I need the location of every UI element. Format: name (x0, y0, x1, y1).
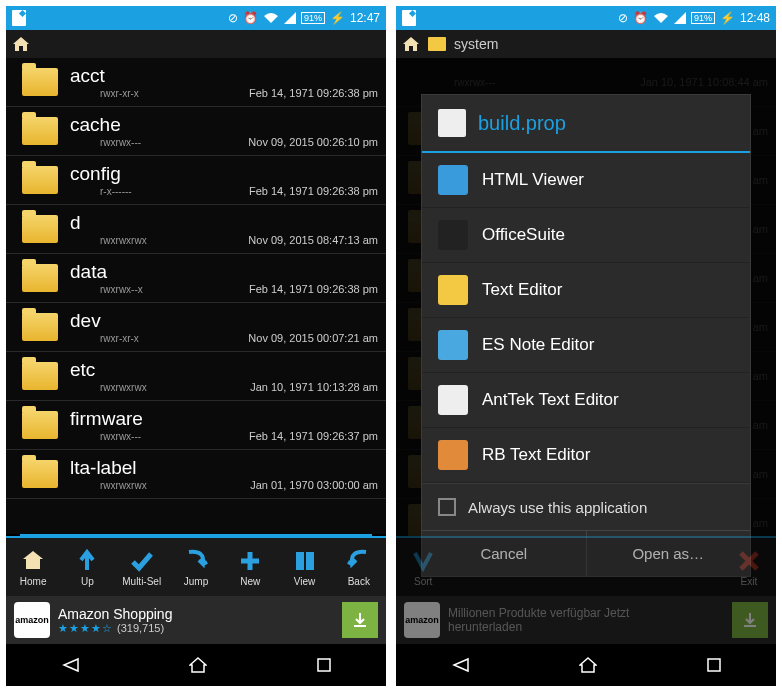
folder-icon (22, 117, 58, 145)
clock: 12:47 (350, 11, 380, 25)
list-item[interactable]: d rwxrwxrwx Nov 09, 2015 08:47:13 am (6, 205, 386, 254)
note-icon (12, 10, 26, 26)
home-icon[interactable] (402, 36, 420, 52)
charge-icon: ⚡ (330, 11, 345, 25)
file-permissions: rwxr-xr-x (100, 333, 139, 344)
svg-rect-2 (318, 659, 330, 671)
dialog-title: build.prop (478, 112, 566, 135)
file-name: config (70, 163, 378, 185)
back-button[interactable] (60, 657, 80, 673)
app-icon (438, 440, 468, 470)
back-button[interactable] (450, 657, 470, 673)
file-icon (438, 109, 466, 137)
nav-bar (396, 644, 776, 686)
recent-button[interactable] (706, 657, 722, 673)
home-icon[interactable] (12, 36, 30, 52)
toolbar-back[interactable]: Back (332, 538, 386, 596)
file-permissions: rwxrwxrwx (100, 480, 147, 491)
file-permissions: rwxrwxrwx (100, 382, 147, 393)
app-option[interactable]: HTML Viewer (422, 153, 750, 208)
toolbar-dimmed (450, 538, 504, 596)
ad-banner[interactable]: amazon Millionen Produkte verfügbar Jetz… (396, 596, 776, 644)
app-option[interactable]: AntTek Text Editor (422, 373, 750, 428)
app-option[interactable]: OfficeSuite (422, 208, 750, 263)
home-button[interactable] (579, 657, 597, 673)
app-list: HTML ViewerOfficeSuiteText EditorES Note… (422, 153, 750, 483)
app-name: Text Editor (482, 280, 562, 300)
open-with-dialog: build.prop HTML ViewerOfficeSuiteText Ed… (421, 94, 751, 577)
list-item[interactable]: data rwxrwx--x Feb 14, 1971 09:26:38 pm (6, 254, 386, 303)
home-icon (20, 548, 46, 574)
file-name: etc (70, 359, 378, 381)
toolbar-dimmed: Exit (722, 538, 776, 596)
dialog-header: build.prop (422, 95, 750, 153)
wifi-icon (263, 12, 279, 24)
do-not-disturb-icon: ⊘ (228, 11, 238, 25)
folder-icon (428, 37, 446, 51)
toolbar-multi-sel[interactable]: Multi-Sel (115, 538, 169, 596)
toolbar-view[interactable]: View (277, 538, 331, 596)
toolbar-new[interactable]: New (223, 538, 277, 596)
list-item[interactable]: lta-label rwxrwxrwx Jan 01, 1970 03:00:0… (6, 450, 386, 499)
file-permissions: rwxrwx--- (100, 431, 141, 442)
app-icon (438, 385, 468, 415)
breadcrumb[interactable]: system (454, 36, 498, 52)
status-bar: ⊘ ⏰ 91% ⚡ 12:48 (396, 6, 776, 30)
app-icon (438, 330, 468, 360)
file-permissions: rwxrwx--x (100, 284, 143, 295)
ad-brand-icon: amazon (14, 602, 50, 638)
do-not-disturb-icon: ⊘ (618, 11, 628, 25)
checkbox[interactable] (438, 498, 456, 516)
battery-icon: 91% (691, 12, 715, 24)
up-icon (74, 548, 100, 574)
toolbar-home[interactable]: Home (6, 538, 60, 596)
file-date: Feb 14, 1971 09:26:37 pm (249, 430, 378, 442)
app-icon (438, 275, 468, 305)
app-option[interactable]: ES Note Editor (422, 318, 750, 373)
svg-rect-0 (296, 552, 304, 570)
alarm-icon: ⏰ (633, 11, 648, 25)
app-name: OfficeSuite (482, 225, 565, 245)
list-item[interactable]: acct rwxr-xr-x Feb 14, 1971 09:26:38 pm (6, 58, 386, 107)
file-name: acct (70, 65, 378, 87)
toolbar-dimmed (505, 538, 559, 596)
file-name: firmware (70, 408, 378, 430)
jump-icon (183, 548, 209, 574)
list-item[interactable]: cache rwxrwx--- Nov 09, 2015 00:26:10 pm (6, 107, 386, 156)
file-name: data (70, 261, 378, 283)
home-button[interactable] (189, 657, 207, 673)
file-permissions: rwxrwxrwx (100, 235, 147, 246)
always-use-row[interactable]: Always use this application (422, 483, 750, 530)
file-date: Jan 01, 1970 03:00:00 am (250, 479, 378, 491)
toolbar-jump[interactable]: Jump (169, 538, 223, 596)
list-item[interactable]: etc rwxrwxrwx Jan 10, 1971 10:13:28 am (6, 352, 386, 401)
app-header (6, 30, 386, 58)
charge-icon: ⚡ (720, 11, 735, 25)
folder-icon (22, 215, 58, 243)
file-date: Jan 10, 1971 10:13:28 am (250, 381, 378, 393)
signal-icon (674, 12, 686, 24)
app-option[interactable]: RB Text Editor (422, 428, 750, 483)
new-icon (237, 548, 263, 574)
app-name: HTML Viewer (482, 170, 584, 190)
signal-icon (284, 12, 296, 24)
view-icon (292, 548, 318, 574)
app-header: system (396, 30, 776, 58)
ad-banner[interactable]: amazon Amazon Shopping ★★★★☆ (319,715) (6, 596, 386, 644)
download-icon[interactable] (342, 602, 378, 638)
list-item[interactable]: firmware rwxrwx--- Feb 14, 1971 09:26:37… (6, 401, 386, 450)
app-icon (438, 220, 468, 250)
download-icon[interactable] (732, 602, 768, 638)
svg-rect-3 (708, 659, 720, 671)
list-item[interactable]: config r-x------ Feb 14, 1971 09:26:38 p… (6, 156, 386, 205)
list-item[interactable]: dev rwxr-xr-x Nov 09, 2015 00:07:21 am (6, 303, 386, 352)
recent-button[interactable] (316, 657, 332, 673)
app-option[interactable]: Text Editor (422, 263, 750, 318)
file-list[interactable]: acct rwxr-xr-x Feb 14, 1971 09:26:38 pm … (6, 58, 386, 534)
file-date: Nov 09, 2015 00:07:21 am (248, 332, 378, 344)
ad-title: Amazon Shopping (58, 606, 334, 622)
battery-icon: 91% (301, 12, 325, 24)
folder-icon (22, 68, 58, 96)
toolbar-dimmed (559, 538, 613, 596)
toolbar-up[interactable]: Up (60, 538, 114, 596)
